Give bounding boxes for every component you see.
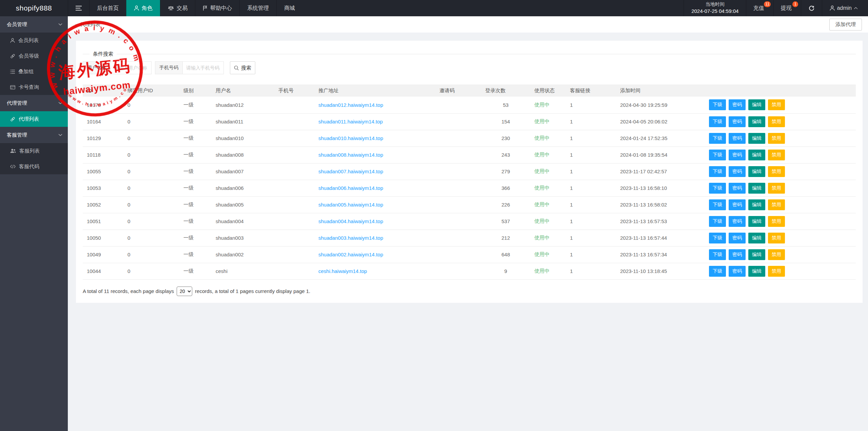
nav-item-mall[interactable]: 商城 (276, 0, 302, 16)
disable-button[interactable]: 禁用 (768, 199, 785, 210)
cell-bind-user-id: 0 (123, 213, 179, 230)
nav-item-roles[interactable]: 角色 (126, 0, 160, 16)
password-button[interactable]: 密码 (729, 133, 746, 144)
password-button[interactable]: 密码 (729, 116, 746, 127)
disable-button[interactable]: 禁用 (768, 166, 785, 177)
disable-button[interactable]: 禁用 (768, 233, 785, 243)
password-button[interactable]: 密码 (729, 199, 746, 210)
nav-item-trade[interactable]: 交易 (160, 0, 195, 16)
promo-link[interactable]: shuadan010.haiwaiym14.top (314, 130, 435, 146)
edit-button[interactable]: 编辑 (748, 199, 765, 210)
sidebar-item-member-level[interactable]: 会员等级 (0, 48, 68, 64)
promo-link[interactable]: shuadan012.haiwaiym14.top (314, 97, 435, 113)
sidebar-item-member-list[interactable]: 会员列表 (0, 33, 68, 48)
cell-username: ceshi (212, 263, 274, 279)
chevron-down-icon (58, 102, 62, 104)
cell-invite-code (435, 113, 481, 130)
promo-link[interactable]: ceshi.haiwaiym14.top (314, 263, 435, 279)
cell-id: 10050 (83, 230, 123, 246)
sidebar-group-agent-management[interactable]: 代理管理 (0, 95, 68, 111)
edit-button[interactable]: 编辑 (748, 233, 765, 243)
nav-item-help[interactable]: 帮助中心 (195, 0, 239, 16)
username-input[interactable] (111, 62, 151, 74)
cell-service-link: 1 (566, 263, 616, 279)
promo-link[interactable]: shuadan003.haiwaiym14.top (314, 230, 435, 246)
disable-button[interactable]: 禁用 (768, 266, 785, 277)
sub-agents-button[interactable]: 下级 (709, 116, 726, 127)
disable-button[interactable]: 禁用 (768, 116, 785, 127)
row-actions: 下级密码编辑禁用 (702, 263, 856, 279)
withdraw-button[interactable]: 提现 1 (773, 0, 801, 16)
password-button[interactable]: 密码 (729, 150, 746, 160)
edit-button[interactable]: 编辑 (748, 166, 765, 177)
nav-item-dashboard[interactable]: 后台首页 (89, 0, 126, 16)
refresh-button[interactable] (801, 0, 822, 16)
sub-agents-button[interactable]: 下级 (709, 166, 726, 177)
password-button[interactable]: 密码 (729, 249, 746, 260)
sidebar-toggle-button[interactable] (68, 0, 89, 16)
sub-agents-button[interactable]: 下级 (709, 150, 726, 160)
sidebar-item-agent-list[interactable]: 代理列表 (0, 111, 68, 127)
cell-service-link: 1 (566, 97, 616, 113)
sidebar-item-stack-group[interactable]: 叠加组 (0, 64, 68, 79)
disable-button[interactable]: 禁用 (768, 150, 785, 160)
password-button[interactable]: 密码 (729, 216, 746, 227)
promo-link[interactable]: shuadan004.haiwaiym14.top (314, 213, 435, 230)
promo-link[interactable]: shuadan011.haiwaiym14.top (314, 113, 435, 130)
sub-agents-button[interactable]: 下级 (709, 199, 726, 210)
password-button[interactable]: 密码 (729, 99, 746, 110)
password-button[interactable]: 密码 (729, 166, 746, 177)
nav-item-system[interactable]: 系统管理 (239, 0, 276, 16)
cell-service-link: 1 (566, 213, 616, 230)
password-button[interactable]: 密码 (729, 183, 746, 194)
cell-created-at: 2023-11-13 16:58:10 (616, 180, 702, 196)
disable-button[interactable]: 禁用 (768, 216, 785, 227)
password-button[interactable]: 密码 (729, 233, 746, 243)
disable-button[interactable]: 禁用 (768, 133, 785, 144)
cell-service-link: 1 (566, 113, 616, 130)
add-agent-button[interactable]: 添加代理 (829, 19, 862, 31)
promo-link[interactable]: shuadan008.haiwaiym14.top (314, 146, 435, 163)
user-menu[interactable]: admin (822, 0, 868, 16)
sub-agents-button[interactable]: 下级 (709, 249, 726, 260)
disable-button[interactable]: 禁用 (768, 99, 785, 110)
sidebar-group-service-management[interactable]: 客服管理 (0, 127, 68, 143)
edit-button[interactable]: 编辑 (748, 99, 765, 110)
edit-button[interactable]: 编辑 (748, 183, 765, 194)
sidebar-group-member-management[interactable]: 会员管理 (0, 16, 68, 33)
edit-button[interactable]: 编辑 (748, 216, 765, 227)
edit-button[interactable]: 编辑 (748, 133, 765, 144)
edit-button[interactable]: 编辑 (748, 266, 765, 277)
promo-link[interactable]: shuadan007.haiwaiym14.top (314, 163, 435, 180)
promo-link[interactable]: shuadan006.haiwaiym14.top (314, 180, 435, 196)
recharge-button[interactable]: 充值 11 (746, 0, 773, 16)
sub-agents-button[interactable]: 下级 (709, 183, 726, 194)
chevron-down-icon (58, 23, 62, 26)
page-size-select[interactable]: 20 (177, 287, 192, 296)
sidebar-item-card-query[interactable]: 卡号查询 (0, 79, 68, 95)
cell-phone (274, 230, 314, 246)
sub-agents-button[interactable]: 下级 (709, 99, 726, 110)
cell-invite-code (435, 213, 481, 230)
top-navbar: shopify888 后台首页 角色 交易 帮助中心 系统管理 商城 当地时间 … (0, 0, 868, 16)
disable-button[interactable]: 禁用 (768, 249, 785, 260)
edit-button[interactable]: 编辑 (748, 116, 765, 127)
promo-link[interactable]: shuadan002.haiwaiym14.top (314, 246, 435, 263)
disable-button[interactable]: 禁用 (768, 183, 785, 194)
password-button[interactable]: 密码 (729, 266, 746, 277)
sub-agents-button[interactable]: 下级 (709, 233, 726, 243)
promo-link[interactable]: shuadan005.haiwaiym14.top (314, 196, 435, 213)
edit-button[interactable]: 编辑 (748, 150, 765, 160)
breadcrumb-separator: » (75, 22, 77, 27)
edit-button[interactable]: 编辑 (748, 249, 765, 260)
sub-agents-button[interactable]: 下级 (709, 266, 726, 277)
search-button[interactable]: 搜索 (230, 61, 255, 74)
sub-agents-button[interactable]: 下级 (709, 133, 726, 144)
column-header: 绑定用户ID (123, 84, 179, 97)
table-row: 101790一级shuadan012shuadan012.haiwaiym14.… (83, 97, 856, 113)
cell-username: shuadan007 (212, 163, 274, 180)
sidebar-item-service-list[interactable]: 客服列表 (0, 143, 68, 159)
sidebar-item-service-code[interactable]: 客服代码 (0, 159, 68, 174)
sub-agents-button[interactable]: 下级 (709, 216, 726, 227)
phone-input[interactable] (183, 62, 223, 74)
